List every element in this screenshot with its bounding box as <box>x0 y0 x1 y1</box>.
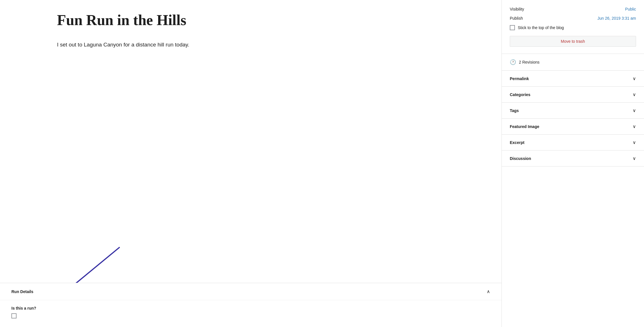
stick-to-top-checkbox[interactable] <box>510 25 515 30</box>
accordion-categories-title: Categories <box>510 92 530 97</box>
sidebar-top: Visibility Public Publish Jun 26, 2019 3… <box>502 0 644 54</box>
accordion-discussion-chevron-icon: ∨ <box>633 156 636 161</box>
accordion-tags-chevron-icon: ∨ <box>633 108 636 113</box>
accordion-discussion-title: Discussion <box>510 156 531 161</box>
accordion-featured-image: Featured Image ∨ <box>502 119 644 135</box>
accordion-categories: Categories ∨ <box>502 87 644 103</box>
post-title[interactable]: Fun Run in the Hills <box>57 11 479 29</box>
accordion-featured-image-title: Featured Image <box>510 124 539 129</box>
accordion-featured-image-header[interactable]: Featured Image ∨ <box>502 119 644 134</box>
accordion-excerpt-chevron-icon: ∨ <box>633 140 636 145</box>
accordion-tags-header[interactable]: Tags ∨ <box>502 103 644 118</box>
revisions-text: 2 Revisions <box>519 60 539 64</box>
stick-to-top-label: Stick to the top of the blog <box>518 25 564 30</box>
publish-row: Publish Jun 26, 2019 3:31 am <box>510 16 636 21</box>
run-details-content: Is this a run? <box>0 300 502 327</box>
post-body: I set out to Laguna Canyon for a distanc… <box>57 40 479 49</box>
accordion-discussion: Discussion ∨ <box>502 151 644 166</box>
accordion-discussion-header[interactable]: Discussion ∨ <box>502 151 644 166</box>
is-run-checkbox[interactable] <box>11 313 17 318</box>
page-layout: Fun Run in the Hills I set out to Laguna… <box>0 0 644 327</box>
visibility-row: Visibility Public <box>510 7 636 11</box>
accordion-permalink: Permalink ∨ <box>502 71 644 87</box>
visibility-value[interactable]: Public <box>625 7 636 11</box>
accordion-tags-title: Tags <box>510 108 519 113</box>
revisions-row[interactable]: 🕐 2 Revisions <box>502 54 644 71</box>
is-run-label: Is this a run? <box>11 306 490 310</box>
clock-icon: 🕐 <box>510 59 516 65</box>
publish-value[interactable]: Jun 26, 2019 3:31 am <box>598 16 636 21</box>
accordion-permalink-header[interactable]: Permalink ∨ <box>502 71 644 86</box>
main-content: Fun Run in the Hills I set out to Laguna… <box>0 0 502 327</box>
accordion-excerpt-title: Excerpt <box>510 140 524 145</box>
accordion-categories-chevron-icon: ∨ <box>633 92 636 97</box>
run-details-chevron-up-icon: ∧ <box>487 289 490 294</box>
publish-label: Publish <box>510 16 523 21</box>
accordion-permalink-title: Permalink <box>510 76 529 81</box>
accordion-excerpt-header[interactable]: Excerpt ∨ <box>502 135 644 150</box>
run-details-header[interactable]: Run Details ∧ <box>0 283 502 300</box>
move-to-trash-button[interactable]: Move to trash <box>510 36 636 47</box>
run-details-title: Run Details <box>11 289 33 294</box>
run-details-meta-box: Run Details ∧ Is this a run? <box>0 283 502 327</box>
accordion-categories-header[interactable]: Categories ∨ <box>502 87 644 102</box>
accordion-tags: Tags ∨ <box>502 103 644 119</box>
visibility-label: Visibility <box>510 7 524 11</box>
accordion-permalink-chevron-icon: ∨ <box>633 76 636 81</box>
stick-to-top-row: Stick to the top of the blog <box>510 25 636 30</box>
sidebar: Visibility Public Publish Jun 26, 2019 3… <box>502 0 644 327</box>
is-run-checkbox-row <box>11 313 490 318</box>
accordion-excerpt: Excerpt ∨ <box>502 135 644 151</box>
accordion-featured-image-chevron-icon: ∨ <box>633 124 636 129</box>
